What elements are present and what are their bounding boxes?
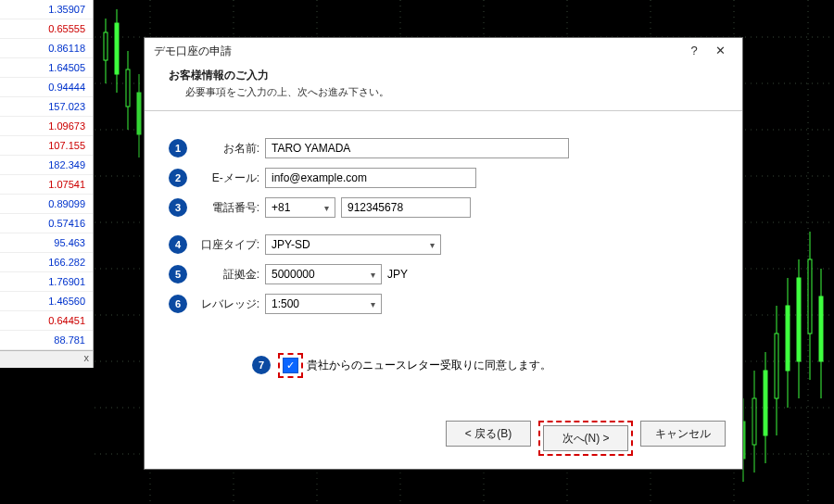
quote-row[interactable]: 182.349	[0, 156, 93, 175]
quotes-panel-tab[interactable]: x	[0, 350, 93, 368]
quote-row[interactable]: 1.64505	[0, 58, 93, 78]
leverage-select[interactable]: 1:500 ▾	[265, 294, 382, 314]
step-badge-6: 6	[169, 295, 187, 313]
quote-row[interactable]: 166.282	[0, 253, 93, 272]
deposit-value: 5000000	[272, 268, 315, 281]
svg-rect-36	[786, 306, 790, 371]
close-button[interactable]: ✕	[707, 38, 733, 64]
svg-rect-42	[819, 296, 823, 361]
step-badge-3: 3	[169, 198, 187, 217]
step-badge-1: 1	[169, 139, 187, 158]
dialog-titlebar: デモ口座の申請 ? ✕	[145, 38, 742, 64]
svg-rect-24	[126, 69, 130, 107]
quote-row[interactable]: 0.65555	[0, 19, 93, 39]
cancel-button[interactable]: キャンセル	[640, 421, 726, 447]
quote-row[interactable]: 0.89099	[0, 195, 93, 214]
email-input[interactable]	[265, 168, 476, 188]
phone-label: 電話番号:	[195, 200, 265, 216]
demo-account-dialog: デモ口座の申請 ? ✕ お客様情報のご入力 必要事項をご入力の上、次へお進み下さ…	[144, 37, 743, 470]
quote-row[interactable]: 1.09673	[0, 117, 93, 136]
account-type-label: 口座タイプ:	[195, 237, 265, 253]
quote-row[interactable]: 157.023	[0, 97, 93, 117]
account-type-value: JPY-SD	[272, 238, 310, 251]
next-highlight: 次へ(N) >	[538, 421, 633, 456]
dialog-header: お客様情報のご入力 必要事項をご入力の上、次へお進み下さい。	[145, 64, 742, 108]
svg-rect-34	[775, 334, 778, 398]
svg-rect-30	[752, 398, 756, 445]
close-icon[interactable]: x	[84, 352, 90, 363]
quote-row[interactable]: 0.94444	[0, 78, 93, 97]
dialog-header-subtitle: 必要事項をご入力の上、次へお進み下さい。	[169, 85, 718, 99]
consent-checkbox[interactable]: ✓	[283, 358, 298, 373]
chevron-down-icon: ▾	[371, 299, 375, 309]
quote-row[interactable]: 1.76901	[0, 272, 93, 292]
deposit-select[interactable]: 5000000 ▾	[265, 264, 382, 284]
quote-row[interactable]: 107.155	[0, 136, 93, 156]
back-button[interactable]: < 戻る(B)	[446, 421, 531, 447]
next-button[interactable]: 次へ(N) >	[543, 425, 628, 451]
svg-rect-22	[115, 23, 119, 74]
quote-row[interactable]: 0.57416	[0, 214, 93, 233]
chevron-down-icon: ▾	[324, 203, 329, 213]
svg-rect-38	[797, 278, 801, 361]
account-type-select[interactable]: JPY-SD ▾	[265, 234, 441, 255]
chevron-down-icon: ▾	[371, 270, 375, 280]
consent-text: 貴社からのニュースレター受取りに同意します。	[307, 358, 551, 373]
name-label: お名前:	[195, 141, 265, 157]
dialog-footer: < 戻る(B) 次へ(N) > キャンセル	[145, 421, 742, 456]
consent-highlight: ✓	[278, 353, 303, 378]
quote-row[interactable]: 1.35907	[0, 0, 93, 19]
step-badge-4: 4	[169, 235, 187, 254]
svg-rect-20	[104, 32, 107, 60]
deposit-label: 証拠金:	[195, 267, 265, 283]
leverage-label: レバレッジ:	[195, 296, 265, 312]
dialog-header-title: お客様情報のご入力	[169, 68, 718, 83]
svg-rect-26	[137, 93, 141, 134]
phone-country-select[interactable]: +81 ▾	[265, 197, 335, 218]
chevron-down-icon: ▾	[430, 240, 435, 250]
help-button[interactable]: ?	[681, 38, 707, 64]
quote-row[interactable]: 1.46560	[0, 292, 93, 311]
step-badge-5: 5	[169, 265, 187, 284]
quote-row[interactable]: 88.781	[0, 331, 93, 350]
quote-row[interactable]: 0.64451	[0, 311, 93, 331]
deposit-currency: JPY	[387, 268, 408, 281]
svg-rect-32	[764, 371, 767, 435]
phone-country-value: +81	[272, 201, 290, 214]
step-badge-2: 2	[169, 169, 187, 187]
dialog-title: デモ口座の申請	[154, 38, 232, 64]
quote-row[interactable]: 1.07541	[0, 175, 93, 195]
quote-row[interactable]: 95.463	[0, 233, 93, 253]
step-badge-7: 7	[252, 356, 271, 374]
leverage-value: 1:500	[272, 297, 299, 310]
dialog-body: 1 お名前: 2 E-メール: 3 電話番号: +81 ▾ 4 口座タイプ:	[145, 111, 742, 380]
name-input[interactable]	[265, 138, 569, 158]
email-label: E-メール:	[195, 170, 265, 186]
quote-row[interactable]: 0.86118	[0, 39, 93, 58]
phone-number-input[interactable]	[341, 197, 471, 218]
quotes-panel: 1.359070.655550.861181.645050.94444157.0…	[0, 0, 94, 368]
svg-rect-40	[808, 259, 812, 334]
